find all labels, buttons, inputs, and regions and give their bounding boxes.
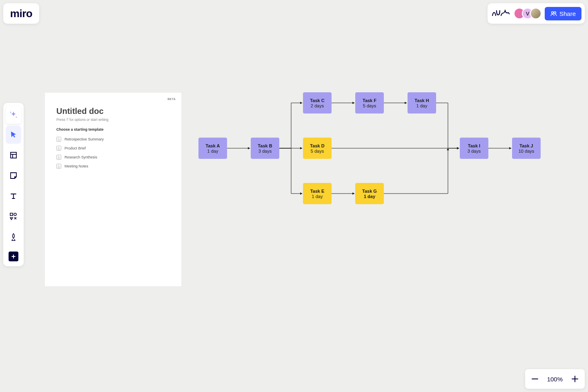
task-node-b[interactable]: Task B 3 days <box>251 138 279 159</box>
document-icon <box>56 137 61 142</box>
task-label: Task I <box>468 143 480 148</box>
sticky-tool[interactable] <box>6 167 21 185</box>
pen-tool[interactable] <box>6 228 21 246</box>
task-duration: 10 days <box>519 149 535 154</box>
select-tool[interactable] <box>6 126 21 144</box>
shapes-tool[interactable] <box>6 207 21 225</box>
avatar[interactable] <box>530 8 541 19</box>
document-icon <box>56 155 61 160</box>
task-label: Task E <box>310 189 325 194</box>
doc-title[interactable]: Untitled doc <box>56 107 170 116</box>
document-icon <box>56 164 61 169</box>
sticky-note-icon <box>9 172 18 180</box>
task-node-f[interactable]: Task F 5 days <box>355 92 384 114</box>
zoom-out-button[interactable] <box>529 373 541 385</box>
task-node-c[interactable]: Task C 2 days <box>303 92 332 114</box>
task-duration: 3 days <box>468 149 481 154</box>
text-tool[interactable] <box>6 187 21 205</box>
task-node-e[interactable]: Task E 1 day <box>303 183 332 204</box>
doc-hint: Press '/' for options or start writing <box>56 118 170 122</box>
task-node-g[interactable]: Task G 1 day <box>355 183 384 204</box>
task-label: Task J <box>519 143 533 148</box>
task-duration: 1 day <box>364 194 375 199</box>
task-label: Task G <box>362 189 377 194</box>
svg-point-6 <box>14 213 16 216</box>
text-icon <box>9 192 18 200</box>
task-duration: 1 day <box>312 194 323 199</box>
doc-template-label: Research Synthesis <box>65 155 97 159</box>
frame-icon <box>9 151 18 159</box>
logo-box[interactable]: miro <box>3 3 39 24</box>
svg-rect-5 <box>10 213 13 216</box>
svg-point-0 <box>552 12 554 14</box>
task-node-j[interactable]: Task J 10 days <box>512 138 541 159</box>
task-node-a[interactable]: Task A 1 day <box>198 138 227 159</box>
svg-point-1 <box>554 12 556 14</box>
beta-badge: BETA <box>167 98 176 100</box>
task-duration: 5 days <box>363 103 376 108</box>
task-duration: 3 days <box>258 149 272 154</box>
task-node-i[interactable]: Task I 3 days <box>460 138 488 159</box>
task-label: Task A <box>206 143 220 148</box>
ai-tool[interactable] <box>6 106 21 124</box>
svg-rect-2 <box>11 152 16 158</box>
pen-icon <box>9 233 18 241</box>
task-node-h[interactable]: Task H 1 day <box>408 92 436 114</box>
share-button[interactable]: Share <box>545 7 581 20</box>
add-tool[interactable]: + <box>6 248 21 264</box>
frame-tool[interactable] <box>6 146 21 164</box>
plus-icon <box>571 375 579 383</box>
doc-template-item[interactable]: Product Brief <box>56 144 170 153</box>
doc-template-label: Meeting Notes <box>65 164 88 168</box>
reactions-icon[interactable] <box>491 7 510 20</box>
collaborator-avatars[interactable]: V <box>514 8 541 19</box>
minus-icon <box>531 375 539 383</box>
topbar: V Share <box>488 3 585 24</box>
plus-icon: + <box>9 252 18 261</box>
doc-panel[interactable]: BETA Untitled doc Press '/' for options … <box>45 93 181 286</box>
logo-text: miro <box>10 7 32 20</box>
task-duration: 2 days <box>311 103 324 108</box>
sparkle-icon <box>9 110 18 119</box>
task-node-d[interactable]: Task D 5 days <box>303 138 332 159</box>
share-icon <box>550 10 557 17</box>
doc-template-item[interactable]: Retrospective Summary <box>56 135 170 144</box>
doc-template-item[interactable]: Meeting Notes <box>56 162 170 171</box>
task-label: Task B <box>258 143 272 148</box>
left-toolbar: + <box>3 103 24 266</box>
doc-template-list: Retrospective Summary Product Brief Rese… <box>56 135 170 171</box>
doc-template-item[interactable]: Research Synthesis <box>56 153 170 162</box>
task-label: Task F <box>363 98 376 103</box>
zoom-controls: 100% <box>525 369 585 389</box>
task-label: Task C <box>310 98 324 103</box>
zoom-in-button[interactable] <box>569 373 581 385</box>
doc-choose-label: Choose a starting template <box>56 127 170 131</box>
doc-template-label: Product Brief <box>65 146 86 150</box>
task-duration: 1 day <box>207 149 218 154</box>
shapes-icon <box>9 212 18 220</box>
cursor-icon <box>9 131 18 139</box>
task-label: Task H <box>414 98 429 103</box>
task-label: Task D <box>310 143 324 148</box>
share-label: Share <box>559 10 576 17</box>
doc-template-label: Retrospective Summary <box>65 137 104 141</box>
zoom-value[interactable]: 100% <box>547 376 563 383</box>
task-duration: 5 days <box>311 149 324 154</box>
task-duration: 1 day <box>416 103 428 108</box>
document-icon <box>56 146 61 151</box>
